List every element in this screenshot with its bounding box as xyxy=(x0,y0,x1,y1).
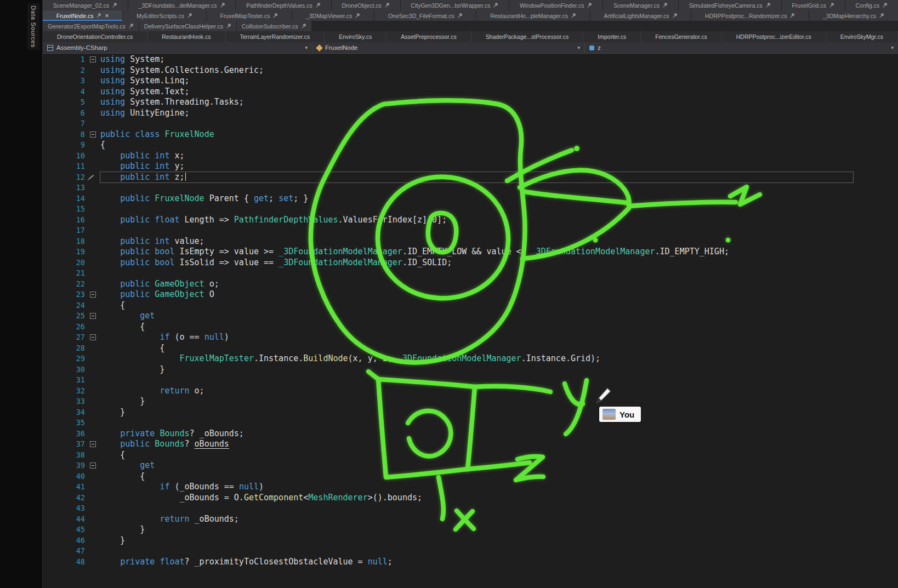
code-text: private float? _proximityToClosestObstac… xyxy=(100,557,898,568)
tab-CollisionSubscriber.cs[interactable]: CollisionSubscriber.cs xyxy=(237,21,311,31)
fold-collapse-icon[interactable] xyxy=(90,292,96,298)
pin-icon[interactable] xyxy=(493,2,498,8)
line-number: 45 xyxy=(43,524,85,535)
tab-FruxelGrid.cs[interactable]: FruxelGrid.cs xyxy=(782,0,845,10)
pin-icon[interactable] xyxy=(301,23,306,29)
tab-AssetPreprocessor.cs[interactable]: AssetPreprocessor.cs xyxy=(387,31,471,42)
fold-collapse-icon[interactable] xyxy=(90,313,96,319)
pin-icon[interactable] xyxy=(882,2,888,8)
pin-icon[interactable] xyxy=(829,2,834,8)
tab-WindowPositionFinder.cs[interactable]: WindowPositionFinder.cs xyxy=(509,0,603,10)
pin-icon[interactable] xyxy=(457,13,463,19)
pin-icon[interactable] xyxy=(272,13,278,19)
code-line: 13 xyxy=(43,182,898,193)
tab-RestaurantHook.cs[interactable]: RestaurantHook.cs xyxy=(147,31,225,42)
tab-_3DFoundatio...delManager.cs[interactable]: _3DFoundatio...delManager.cs xyxy=(128,0,236,10)
project-dropdown[interactable]: Assembly-CSharp ▾ xyxy=(43,42,312,53)
tab-DroneObject.cs[interactable]: DroneObject.cs xyxy=(332,0,400,10)
tab-label: PathfinderDepthValues.cs xyxy=(246,2,312,9)
close-icon[interactable]: × xyxy=(105,13,109,19)
tab-label: RestaurantHook.cs xyxy=(162,33,211,40)
line-number: 38 xyxy=(43,450,85,461)
tab-Importer.cs[interactable]: Importer.cs xyxy=(583,31,641,42)
code-text: public int z; xyxy=(100,172,853,183)
tab-EnviroSkyMgr.cs[interactable]: EnviroSkyMgr.cs xyxy=(826,31,898,42)
line-number: 40 xyxy=(43,471,85,482)
tab-Config.cs[interactable]: Config.cs xyxy=(845,0,898,10)
member-dropdown[interactable]: z ▾ xyxy=(585,42,898,53)
tab-label: _3DFoundatio...delManager.cs xyxy=(139,2,217,9)
pin-icon[interactable] xyxy=(384,2,390,8)
code-line: 48 private float? _proximityToClosestObs… xyxy=(43,557,898,568)
tab-SceneManager.cs[interactable]: SceneManager.cs xyxy=(603,0,678,10)
code-line: 7 xyxy=(43,118,898,129)
tab-label: DroneObject.cs xyxy=(342,2,381,9)
tab-Generator2ExportMapTools.cs[interactable]: Generator2ExportMapTools.cs xyxy=(43,21,139,31)
fold-collapse-icon[interactable] xyxy=(90,132,96,138)
fold-collapse-icon[interactable] xyxy=(90,334,96,340)
type-dropdown[interactable]: FruxelNode ▾ xyxy=(312,42,585,53)
line-number: 36 xyxy=(43,429,85,439)
code-text xyxy=(100,546,898,557)
pin-icon[interactable] xyxy=(187,13,192,19)
code-line: 17 xyxy=(43,225,898,236)
pin-icon[interactable] xyxy=(662,2,668,8)
pin-icon[interactable] xyxy=(571,13,576,19)
pin-icon[interactable] xyxy=(765,2,771,8)
tab-FruxelNode.cs[interactable]: FruxelNode.cs× xyxy=(43,10,122,21)
tab-FruxelMapTester.cs[interactable]: FruxelMapTester.cs xyxy=(207,10,292,21)
class-icon xyxy=(316,44,323,52)
pin-icon[interactable] xyxy=(879,13,884,19)
code-line: 30 } xyxy=(43,364,898,375)
line-number: 20 xyxy=(43,258,85,269)
tab-CityGen3DGen...torWrapper.cs[interactable]: CityGen3DGen...torWrapper.cs xyxy=(401,0,509,10)
code-line: 18 public int value; xyxy=(43,236,898,247)
tab-HDRPPostproc...Randomizer.cs[interactable]: HDRPPostproc...Randomizer.cs xyxy=(691,10,809,21)
pin-icon[interactable] xyxy=(789,13,795,19)
fold-collapse-icon[interactable] xyxy=(90,463,96,469)
tab-ShaderPackage...stProcessor.cs[interactable]: ShaderPackage...stProcessor.cs xyxy=(471,31,584,42)
fold-column xyxy=(85,215,100,226)
pin-icon[interactable] xyxy=(226,23,231,29)
pin-icon[interactable] xyxy=(112,2,117,8)
code-line: 25 get xyxy=(43,311,898,322)
tab-OneSec3D_FileFormat.cs[interactable]: OneSec3D_FileFormat.cs xyxy=(374,10,476,21)
tab-DroneOrientationController.cs[interactable]: DroneOrientationController.cs xyxy=(43,31,147,42)
code-line: 26 { xyxy=(43,322,898,333)
data-sources-panel-tab[interactable]: Data Sources xyxy=(27,3,39,50)
code-text: _oBounds = O.GetComponent<MeshRenderer>(… xyxy=(100,493,898,504)
tab-PathfinderDepthValues.cs[interactable]: PathfinderDepthValues.cs xyxy=(236,0,331,10)
pin-icon[interactable] xyxy=(96,13,101,19)
fold-collapse-icon[interactable] xyxy=(90,56,96,62)
line-number: 29 xyxy=(43,353,85,364)
pin-icon[interactable] xyxy=(587,2,592,8)
code-line: 27 if (o == null) xyxy=(43,332,898,343)
pin-icon[interactable] xyxy=(672,13,678,19)
tab-label: FruxelGrid.cs xyxy=(792,2,826,9)
fold-column xyxy=(85,429,100,439)
tab-FencesGenerator.cs[interactable]: FencesGenerator.cs xyxy=(641,31,722,42)
tab-TerrainLayerRandomizer.cs[interactable]: TerrainLayerRandomizer.cs xyxy=(226,31,325,42)
tab-RestaurantHo...pleManager.cs[interactable]: RestaurantHo...pleManager.cs xyxy=(476,10,589,21)
pin-icon[interactable] xyxy=(355,13,360,19)
fold-column xyxy=(85,557,100,568)
pin-icon[interactable] xyxy=(220,2,225,8)
tab-ArtificialLightsManager.cs[interactable]: ArtificialLightsManager.cs xyxy=(590,10,691,21)
tab-EnviroSky.cs[interactable]: EnviroSky.cs xyxy=(325,31,387,42)
tab-SceneManager_02.cs[interactable]: SceneManager_02.cs xyxy=(43,0,128,10)
tab-DeliverySurfaceClassHelper.cs[interactable]: DeliverySurfaceClassHelper.cs xyxy=(139,21,236,31)
pin-icon[interactable] xyxy=(315,2,321,8)
line-number: 35 xyxy=(43,418,85,429)
pin-icon[interactable] xyxy=(128,23,134,29)
code-editor[interactable]: 1using System;2using System.Collections.… xyxy=(43,54,898,588)
tab-_3DMapHierarchy.cs[interactable]: _3DMapHierarchy.cs xyxy=(809,10,898,21)
line-number: 17 xyxy=(43,225,85,236)
tab-SimulatedFisheyeCamera.cs[interactable]: SimulatedFisheyeCamera.cs xyxy=(679,0,781,10)
vs-window: Data Sources SceneManager_02.cs_3DFounda… xyxy=(0,0,898,588)
tab-MyEditorScripts.cs[interactable]: MyEditorScripts.cs xyxy=(123,10,206,21)
fold-column xyxy=(85,396,100,407)
fold-collapse-icon[interactable] xyxy=(90,441,96,447)
tab-_3DMapViewer.cs[interactable]: _3DMapViewer.cs xyxy=(292,10,374,21)
tab-HDRPPostproc...izerEditor.cs[interactable]: HDRPPostproc...izerEditor.cs xyxy=(722,31,826,42)
chevron-down-icon: ▾ xyxy=(891,45,894,50)
